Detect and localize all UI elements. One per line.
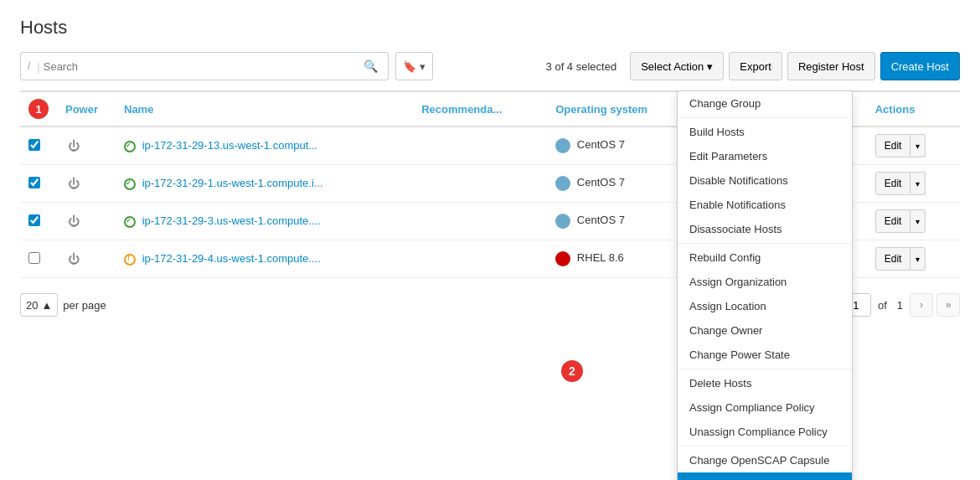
edit-button[interactable]: Edit — [875, 172, 911, 195]
os-icon — [555, 138, 570, 153]
dropdown-item[interactable]: Edit Parameters — [678, 144, 852, 168]
dropdown-divider — [678, 243, 852, 244]
power-icon: ⏻ — [65, 214, 82, 228]
row-actions: Edit ▾ — [867, 126, 960, 165]
edit-dropdown-button[interactable]: ▾ — [910, 247, 926, 271]
dropdown-item[interactable]: Unassign Compliance Policy — [678, 420, 852, 444]
edit-dropdown-button[interactable]: ▾ — [910, 172, 926, 195]
recommenda-col-header[interactable]: Recommenda... — [413, 91, 547, 126]
bookmark-button[interactable]: 🔖 ▾ — [395, 52, 433, 80]
dropdown-item[interactable]: Assign Location — [678, 294, 852, 318]
register-host-button[interactable]: Register Host — [787, 52, 875, 80]
host-name-link[interactable]: ip-172-31-29-13.us-west-1.comput... — [142, 139, 318, 152]
dropdown-item[interactable]: Assign Compliance Policy — [678, 395, 852, 420]
dropdown-item[interactable]: Change Group — [678, 91, 852, 116]
row-os: CentOS 7 — [547, 165, 697, 203]
edit-dropdown-button[interactable]: ▾ — [910, 134, 926, 157]
dropdown-item[interactable]: Assign Organization — [678, 270, 852, 294]
toolbar-right: 3 of 4 selected Select Action ▾ Export R… — [546, 52, 960, 80]
power-icon: ⏻ — [65, 139, 82, 152]
edit-btn-group: Edit ▾ — [875, 209, 952, 233]
edit-btn-group: Edit ▾ — [875, 172, 952, 195]
search-separator: | — [37, 60, 39, 73]
select-badge: 1 — [28, 99, 49, 119]
dropdown-item[interactable]: Schedule Remote Job — [678, 472, 852, 480]
selected-count: 3 of 4 selected — [546, 60, 617, 73]
row-actions: Edit ▾ — [867, 240, 960, 278]
row-recommenda — [413, 126, 547, 165]
of-label: of — [878, 299, 887, 312]
row-name: ip-172-31-29-4.us-west-1.compute.... — [116, 240, 413, 278]
row-checkbox[interactable] — [28, 214, 40, 226]
create-host-button[interactable]: Create Host — [880, 52, 960, 80]
dropdown-item[interactable]: Delete Hosts — [678, 371, 852, 395]
page-title: Hosts — [20, 17, 960, 39]
per-page-caret: ▲ — [41, 299, 52, 312]
row-checkbox-cell — [20, 165, 57, 203]
dropdown-item[interactable]: Disable Notifications — [678, 168, 852, 193]
row-actions: Edit ▾ — [867, 203, 960, 240]
edit-button[interactable]: Edit — [875, 134, 911, 157]
row-checkbox[interactable] — [28, 177, 40, 188]
search-input[interactable] — [44, 60, 360, 73]
last-page-button[interactable]: » — [936, 293, 960, 317]
edit-btn-group: Edit ▾ — [875, 134, 952, 157]
dropdown-divider — [678, 446, 852, 446]
os-col-header[interactable]: Operating system — [547, 91, 697, 126]
row-name: ip-172-31-29-3.us-west-1.compute.... — [116, 203, 413, 240]
host-status-icon — [124, 141, 136, 152]
row-checkbox-cell — [20, 203, 57, 240]
row-recommenda — [413, 203, 547, 240]
select-action-dropdown: Change GroupBuild HostsEdit ParametersDi… — [677, 90, 853, 480]
dropdown-divider — [678, 369, 852, 369]
search-container: / | 🔍 — [20, 52, 389, 80]
dropdown-item[interactable]: Change Power State — [678, 343, 852, 367]
dropdown-item[interactable]: Build Hosts — [678, 120, 852, 144]
select-action-caret: ▾ — [707, 60, 713, 73]
bookmark-caret: ▾ — [420, 60, 426, 73]
host-name-link[interactable]: ip-172-31-29-4.us-west-1.compute.... — [142, 252, 321, 265]
dropdown-item[interactable]: Rebuild Config — [678, 245, 852, 270]
dropdown-item[interactable]: Change Owner — [678, 318, 852, 343]
row-checkbox[interactable] — [28, 139, 40, 151]
row-actions: Edit ▾ — [867, 165, 960, 203]
badge-2-container: 2 — [561, 360, 583, 382]
toolbar: / | 🔍 🔖 ▾ 3 of 4 selected Select Action … — [20, 52, 960, 80]
search-slash: / — [28, 60, 30, 72]
edit-btn-group: Edit ▾ — [875, 247, 952, 271]
os-icon — [555, 214, 570, 229]
host-status-icon — [124, 178, 136, 190]
row-os: CentOS 7 — [547, 126, 697, 165]
host-status-icon — [124, 216, 136, 228]
export-button[interactable]: Export — [729, 52, 782, 80]
bookmark-icon: 🔖 — [403, 60, 416, 73]
row-power: ⏻ — [57, 165, 116, 203]
edit-button[interactable]: Edit — [875, 209, 911, 233]
per-page-value: 20 — [26, 299, 38, 312]
per-page-label: per page — [63, 299, 106, 312]
dropdown-item[interactable]: Enable Notifications — [678, 193, 852, 217]
row-checkbox[interactable] — [28, 252, 40, 264]
next-page-button[interactable]: › — [910, 293, 933, 317]
total-pages: 1 — [897, 299, 903, 312]
power-col-header[interactable]: Power — [57, 91, 116, 126]
power-icon: ⏻ — [65, 177, 82, 190]
row-power: ⏻ — [57, 126, 116, 165]
host-name-link[interactable]: ip-172-31-29-3.us-west-1.compute.... — [142, 214, 321, 227]
row-checkbox-cell — [20, 126, 57, 165]
edit-dropdown-button[interactable]: ▾ — [910, 209, 926, 233]
host-name-link[interactable]: ip-172-31-29-1.us-west-1.compute.i... — [142, 177, 323, 189]
row-name: ip-172-31-29-13.us-west-1.comput... — [116, 126, 413, 165]
row-checkbox-cell — [20, 240, 57, 278]
dropdown-item[interactable]: Change OpenSCAP Capsule — [678, 448, 852, 472]
row-recommenda — [413, 240, 547, 278]
per-page-section: 20 ▲ per page — [20, 293, 106, 317]
name-col-header[interactable]: Name — [116, 91, 413, 126]
dropdown-item[interactable]: Disassociate Hosts — [678, 217, 852, 241]
edit-button[interactable]: Edit — [875, 247, 911, 271]
badge-2: 2 — [561, 360, 583, 382]
row-name: ip-172-31-29-1.us-west-1.compute.i... — [116, 165, 413, 203]
search-icon-button[interactable]: 🔍 — [360, 59, 381, 73]
per-page-selector[interactable]: 20 ▲ — [20, 293, 58, 317]
select-action-button[interactable]: Select Action ▾ — [630, 52, 724, 80]
